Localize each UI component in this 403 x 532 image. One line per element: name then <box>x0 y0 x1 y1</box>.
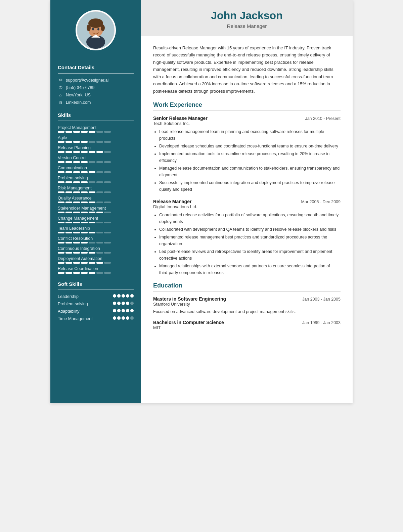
skill-name: Risk Management <box>58 186 134 190</box>
job-title: Release Manager <box>153 199 191 204</box>
edu-dates: Jan 2003 - Jan 2005 <box>302 297 341 302</box>
skill-bar <box>58 181 134 183</box>
skill-segment <box>104 181 111 183</box>
skill-segment <box>81 191 88 193</box>
job-bullet: Lead release management team in planning… <box>159 128 341 142</box>
job-bullets: Coordinated release activities for a por… <box>153 212 341 276</box>
dot <box>126 316 129 320</box>
skill-segment <box>96 252 103 254</box>
skill-segment <box>65 171 72 173</box>
job-bullet: Collaborated with development and QA tea… <box>159 226 341 233</box>
skill-item: Quality Assurance <box>58 196 134 203</box>
skill-segment <box>65 252 72 254</box>
skill-segment <box>96 222 103 223</box>
skill-segment <box>96 191 103 193</box>
skill-segment <box>81 262 88 264</box>
skill-segment <box>89 131 95 133</box>
contact-divider <box>58 73 134 74</box>
skill-segment <box>104 202 111 203</box>
skill-name: Communication <box>58 166 134 170</box>
skill-segment <box>65 131 72 133</box>
dot <box>130 294 134 298</box>
soft-skills-section-title: Soft Skills <box>58 281 134 287</box>
skill-segment <box>58 202 64 203</box>
skill-name: Problem-solving <box>58 176 134 180</box>
dot <box>113 309 116 312</box>
skill-segment <box>104 262 111 264</box>
skill-segment <box>89 212 95 213</box>
skill-segment <box>89 272 95 274</box>
skill-item: Team Leadership <box>58 226 134 233</box>
skill-name: Change Management <box>58 216 134 221</box>
dots <box>113 316 134 320</box>
skill-segment <box>96 151 103 153</box>
sidebar-content: Contact Details ✉ support@cvdesigner.ai … <box>50 57 141 324</box>
job-dates: Jan 2010 - Present <box>305 116 341 121</box>
dot <box>117 302 121 305</box>
skill-segment <box>58 212 64 213</box>
skill-bar <box>58 232 134 233</box>
skill-name: Version Control <box>58 156 134 160</box>
dot <box>113 294 116 298</box>
job-dates: Mar 2005 - Dec 2009 <box>301 200 341 204</box>
skill-segment <box>104 151 111 153</box>
job-block: Release Manager Mar 2005 - Dec 2009 Digi… <box>153 199 341 276</box>
skill-segment <box>73 212 80 213</box>
skill-name: Release Coordination <box>58 266 134 271</box>
edu-block: Masters in Software Engineering Jan 2003… <box>153 296 341 315</box>
skill-segment <box>96 242 103 243</box>
skill-segment <box>58 272 64 274</box>
skill-item: Continuous Integration <box>58 246 134 254</box>
skill-segment <box>58 181 64 183</box>
dot <box>126 294 129 298</box>
skill-segment <box>65 161 72 163</box>
skill-item: Release Planning <box>58 145 134 153</box>
skill-segment <box>58 171 64 173</box>
dot <box>113 302 116 305</box>
skill-item: Risk Management <box>58 186 134 193</box>
svg-point-4 <box>88 18 103 28</box>
avatar <box>76 10 116 50</box>
education-divider <box>153 291 341 292</box>
skill-segment <box>65 191 72 193</box>
skill-bar <box>58 141 134 143</box>
skill-segment <box>65 272 72 274</box>
skill-segment <box>73 262 80 264</box>
skill-segment <box>73 272 80 274</box>
job-header: Release Manager Mar 2005 - Dec 2009 <box>153 199 341 204</box>
job-header: Senior Release Manager Jan 2010 - Presen… <box>153 116 341 121</box>
skill-segment <box>65 151 72 153</box>
contact-text-location: NewYork, US <box>66 93 91 97</box>
skill-item: Communication <box>58 166 134 173</box>
skill-segment <box>81 242 88 243</box>
skill-segment <box>104 252 111 254</box>
sidebar: Contact Details ✉ support@cvdesigner.ai … <box>50 0 141 403</box>
skill-segment <box>96 232 103 233</box>
skill-segment <box>89 171 95 173</box>
skill-name: Project Management <box>58 125 134 130</box>
dot <box>117 294 121 298</box>
candidate-title: Release Manager <box>153 23 341 29</box>
job-title: Senior Release Manager <box>153 116 208 121</box>
skill-name: Release Planning <box>58 145 134 150</box>
edu-block: Bachelors in Computer Science Jan 1999 -… <box>153 320 341 330</box>
work-experience-title: Work Experience <box>153 101 341 108</box>
skill-segment <box>58 141 64 143</box>
skill-bar <box>58 262 134 264</box>
skill-segment <box>81 212 88 213</box>
contact-item-phone: ✆ (555) 345-6789 <box>58 85 134 90</box>
skill-bar <box>58 151 134 153</box>
summary-text: Results-driven Release Manager with 15 y… <box>153 44 341 95</box>
contact-item-email: ✉ support@cvdesigner.ai <box>58 78 134 83</box>
dot <box>122 309 125 312</box>
skill-segment <box>73 161 80 163</box>
svg-point-5 <box>87 25 91 31</box>
edu-degree: Masters in Software Engineering <box>153 296 226 302</box>
skill-items: Project Management Agile Release Plannin… <box>58 125 134 274</box>
skill-bar <box>58 191 134 193</box>
skill-segment <box>73 252 80 254</box>
avatar-section <box>50 0 141 57</box>
skill-segment <box>104 242 111 243</box>
skill-segment <box>89 191 95 193</box>
job-bullet: Led post-release reviews and retrospecti… <box>159 248 341 262</box>
